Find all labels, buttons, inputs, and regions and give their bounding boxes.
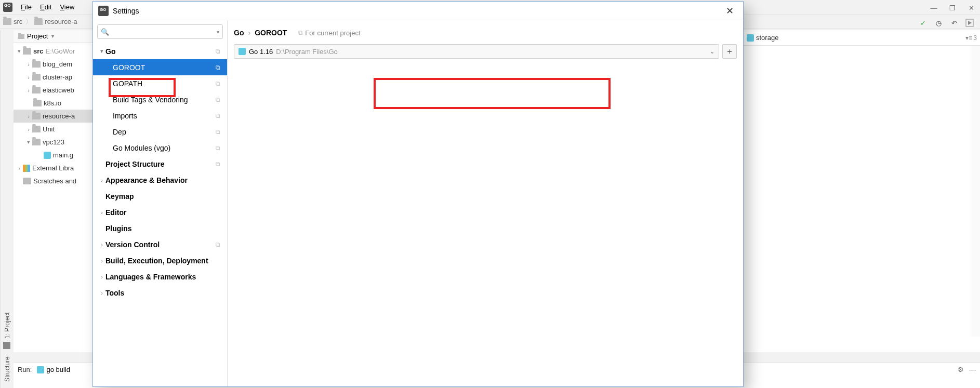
minimize-tool-icon[interactable]: — [969,366,976,373]
structure-tool-label[interactable]: Structure [0,351,14,388]
chevron-down-icon: ▾ [217,29,219,35]
scope-icon: ⧉ [298,29,303,36]
goroot-version: Go 1.16 [249,48,273,56]
search-icon: 🔍 [101,28,109,36]
settings-icon[interactable]: ⚙ [958,366,964,373]
scratch-icon [23,178,31,184]
scope-icon: ⧉ [216,48,223,55]
scope-icon: ⧉ [216,64,223,71]
close-window-button[interactable]: ✕ [962,1,980,15]
folder-icon [32,113,41,119]
chevron-right-icon: › [248,29,250,37]
settings-content: Go › GOROOT ⧉For current project Go 1.16… [228,20,743,386]
svg-marker-1 [968,21,972,25]
goroot-path: D:\Program Files\Go [276,48,337,56]
chevron-down-icon: ⌄ [710,48,714,55]
category-gomodules[interactable]: ·Go Modules (vgo)⧉ [93,140,227,156]
close-dialog-button[interactable]: ✕ [722,4,738,18]
chevron-down-icon: ▼ [50,33,55,39]
breadcrumb-goroot: GOROOT [255,29,287,37]
scope-icon: ⧉ [216,112,223,119]
category-gopath[interactable]: ·GOPATH⧉ [93,75,227,91]
maximize-button[interactable]: ❐ [944,1,961,15]
folder-icon [32,87,41,93]
folder-icon [33,100,42,106]
settings-categories: ▾Go⧉ ·GOROOT⧉ ·GOPATH⧉ ·Build Tags & Ven… [93,42,227,386]
dialog-title: Settings [113,7,722,15]
editor-tab-storage[interactable]: storage [747,34,778,42]
folder-icon [32,126,41,132]
category-appearance[interactable]: ›Appearance & Behavior [93,172,227,188]
editor-tabs: storage ▾≡3 [744,30,980,46]
folder-icon [23,48,31,55]
category-dep[interactable]: ·Dep⧉ [93,124,227,140]
app-icon [98,6,109,16]
svg-rect-2 [18,34,24,39]
settings-search[interactable]: 🔍 ▾ [97,24,223,39]
left-tool-strip: 1: Project [0,30,14,352]
breadcrumbs-toggle[interactable]: ▾≡3 [965,34,977,42]
folder-icon [32,74,41,81]
scope-icon: ⧉ [216,160,223,168]
clock-icon[interactable]: ◷ [932,17,945,29]
scope-icon: ⧉ [216,241,223,248]
project-icon [18,33,25,40]
go-icon [37,366,44,373]
run-config-icon[interactable] [963,17,976,29]
folder-icon [32,61,41,68]
project-tool-icon[interactable] [4,342,11,349]
settings-breadcrumb: Go › GOROOT ⧉For current project [234,24,737,41]
breadcrumb-src[interactable]: src [3,18,22,25]
settings-tree-panel: 🔍 ▾ ▾Go⧉ ·GOROOT⧉ ·GOPATH⧉ ·Build Tags &… [93,20,228,386]
right-toolbar: ✓ ◷ ↶ [912,16,980,30]
check-icon[interactable]: ✓ [917,17,929,29]
scope-label: ⧉For current project [298,29,360,37]
svg-rect-3 [18,33,21,35]
category-languages[interactable]: ›Languages & Frameworks [93,269,227,285]
category-imports[interactable]: ·Imports⧉ [93,108,227,124]
settings-dialog: Settings ✕ 🔍 ▾ ▾Go⧉ ·GOROOT⧉ ·GOPATH⧉ ·B… [92,1,744,387]
run-label: Run: [18,366,32,373]
category-plugins[interactable]: ·Plugins [93,220,227,236]
dialog-titlebar: Settings ✕ [93,2,743,20]
minimize-button[interactable]: — [925,1,943,15]
scope-icon: ⧉ [216,96,223,103]
window-controls: — ❐ ✕ [925,1,980,15]
settings-search-input[interactable] [111,28,217,36]
menu-view[interactable]: View [56,2,78,12]
breadcrumb-resource[interactable]: resource-a [34,18,77,25]
folder-icon [32,139,41,145]
goroot-dropdown[interactable]: Go 1.16 D:\Program Files\Go ⌄ [234,44,719,59]
folder-icon [34,18,43,25]
go-file-icon [747,34,754,42]
add-sdk-button[interactable]: ＋ [722,44,737,59]
app-icon [3,3,12,12]
category-goroot[interactable]: ·GOROOT⧉ [93,59,227,75]
scope-icon: ⧉ [216,80,223,87]
go-sdk-icon [239,48,246,55]
library-icon [23,165,30,172]
category-tools[interactable]: ›Tools [93,285,227,301]
category-go[interactable]: ▾Go⧉ [93,43,227,59]
category-vcs[interactable]: ›Version Control⧉ [93,236,227,252]
category-editor[interactable]: ›Editor [93,204,227,220]
category-build[interactable]: ›Build, Execution, Deployment [93,252,227,269]
scope-icon: ⧉ [216,128,223,136]
annotation-box [374,78,611,109]
project-tool-label[interactable]: 1: Project [4,312,11,339]
breadcrumb-separator: 〉 [25,17,32,26]
folder-icon [3,18,11,25]
category-buildtags[interactable]: ·Build Tags & Vendoring⧉ [93,91,227,108]
run-config[interactable]: go build [37,366,70,373]
undo-icon[interactable]: ↶ [948,17,960,29]
go-file-icon [44,152,51,159]
category-keymap[interactable]: ·Keymap [93,188,227,204]
scope-icon: ⧉ [216,144,223,152]
menu-file[interactable]: FFileile [17,2,36,12]
category-project-structure[interactable]: ·Project Structure⧉ [93,156,227,172]
editor-scrollbar[interactable] [972,46,980,337]
menu-edit[interactable]: Edit [36,2,56,12]
editor-area: storage ▾≡3 ✓ [744,30,980,352]
breadcrumb-go[interactable]: Go [234,29,244,37]
